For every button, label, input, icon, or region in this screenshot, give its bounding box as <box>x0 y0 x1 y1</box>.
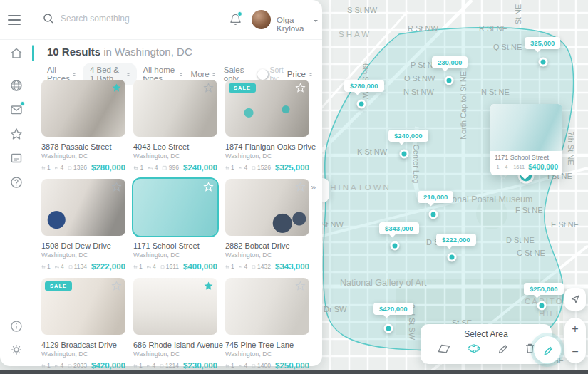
listing-price: $222,000 <box>91 262 125 271</box>
user-name[interactable]: Olga Krylova <box>277 16 322 33</box>
favorite-star-icon[interactable] <box>203 83 214 93</box>
favorite-star-icon[interactable] <box>111 83 122 93</box>
map-price-marker[interactable]: 210,000 <box>418 191 453 203</box>
collapse-panel-chevron[interactable]: » <box>311 182 316 192</box>
gear-icon <box>9 343 24 357</box>
draw-tool-icon[interactable] <box>496 342 509 355</box>
listing-baths: 1 <box>47 362 51 369</box>
listing-city: Washington, DC <box>133 350 217 358</box>
listing-baths: 1 <box>139 362 143 369</box>
bed-icon <box>147 362 151 370</box>
favorite-star-icon[interactable] <box>295 281 306 291</box>
map-price-marker[interactable]: 230,000 <box>432 56 468 68</box>
sidebar-item-info[interactable] <box>9 319 24 336</box>
map-listing-popup[interactable]: 1171 School Street 1 4 1611 $400,000 <box>490 104 562 175</box>
listing-card[interactable]: SALE 1874 Flanigan Oaks Drive Washington… <box>225 80 309 172</box>
bath-icon <box>133 164 138 172</box>
bath-icon <box>41 362 46 370</box>
area-icon <box>252 263 256 271</box>
map-price-marker[interactable]: $280,000 <box>344 80 384 92</box>
favorite-star-icon[interactable] <box>111 182 122 192</box>
sidebar-item-explore[interactable] <box>9 78 24 95</box>
map-marker-dot[interactable] <box>429 210 438 219</box>
map-marker-dot[interactable] <box>357 100 366 109</box>
street-label: N St NE <box>481 88 510 96</box>
listing-beds: 4 <box>244 263 247 270</box>
area-icon <box>68 263 73 271</box>
popup-baths: 1 <box>497 164 500 170</box>
zoom-out-button[interactable]: − <box>564 341 586 363</box>
listing-area: 1432 <box>257 263 271 270</box>
map-marker-dot[interactable] <box>384 324 393 333</box>
popup-area: 1611 <box>513 164 525 170</box>
info-icon <box>9 319 24 333</box>
street-label: E St NE <box>551 220 579 229</box>
bed-icon <box>239 263 243 271</box>
map-marker-dot[interactable] <box>539 58 548 67</box>
notification-dot <box>237 11 242 16</box>
listing-area: 1400 <box>257 362 271 369</box>
favorite-star-icon[interactable] <box>111 281 122 291</box>
listing-address: 686 Rhode Island Avenue <box>133 341 217 349</box>
sidebar-item-settings[interactable] <box>9 343 24 360</box>
map-price-marker[interactable]: $222,000 <box>436 234 476 246</box>
results-count: 10 Results <box>47 46 100 58</box>
sidebar-item-favorites[interactable] <box>9 127 24 144</box>
locate-me-button[interactable] <box>564 288 586 311</box>
listing-photo: SALE <box>41 278 125 335</box>
sidebar-item-home[interactable] <box>9 46 24 63</box>
area-icon <box>162 164 167 172</box>
area-icon <box>68 362 72 370</box>
favorite-star-icon[interactable] <box>295 83 306 93</box>
map-marker-dot[interactable] <box>445 76 454 85</box>
map-marker-dot[interactable] <box>537 301 547 311</box>
map-price-marker[interactable]: $240,000 <box>388 130 428 142</box>
map-price-marker[interactable]: $420,000 <box>373 303 413 315</box>
globe-icon <box>9 78 24 93</box>
menu-icon[interactable] <box>8 15 21 25</box>
map-price-marker[interactable]: $343,000 <box>379 222 419 234</box>
listing-card[interactable]: 4043 Leo Street Washington, DC 1 4 996 $… <box>133 80 217 172</box>
listing-baths: 1 <box>231 362 234 369</box>
listing-card[interactable]: 745 Pine Tree Lane Washington, DC 1 4 14… <box>225 278 309 370</box>
sales-only-toggle[interactable] <box>257 70 270 79</box>
listing-card[interactable]: 3878 Passaic Street Washington, DC 1 4 1… <box>41 80 125 172</box>
street-label-vertical: Center Leg <box>412 145 421 183</box>
draw-area-fab[interactable] <box>533 336 562 364</box>
favorite-star-icon[interactable] <box>203 182 214 192</box>
zoom-in-button[interactable]: + <box>564 318 586 341</box>
map-marker-dot[interactable] <box>391 241 400 251</box>
map-marker-dot[interactable] <box>448 253 457 262</box>
listing-area: 1326 <box>73 164 87 171</box>
bath-icon <box>225 263 229 271</box>
sidebar-item-help[interactable] <box>9 175 24 192</box>
results-header: 10 Results in Washington, DC <box>47 46 192 58</box>
listing-photo <box>225 179 309 236</box>
listing-card[interactable]: 686 Rhode Island Avenue Washington, DC 1… <box>133 278 217 370</box>
sidebar-item-messages[interactable] <box>9 103 24 120</box>
listing-price: $250,000 <box>275 361 309 370</box>
popup-address: 1171 School Street <box>495 154 558 161</box>
favorite-star-icon[interactable] <box>295 182 306 192</box>
street-label-vertical: North Capitol St NE <box>459 71 468 140</box>
lasso-select-tool-icon[interactable] <box>466 342 481 355</box>
listing-card[interactable]: 1508 Del Dew Drive Washington, DC 1 4 11… <box>41 179 125 271</box>
polygon-select-tool-icon[interactable] <box>437 342 451 355</box>
listing-area: 1611 <box>166 263 179 270</box>
listing-card[interactable]: 2882 Bobcat Drive Washington, DC 1 4 143… <box>225 179 309 271</box>
bed-icon <box>55 362 59 370</box>
avatar[interactable] <box>252 10 271 29</box>
listing-card-selected[interactable]: 1171 School Street Washington, DC 1 4 16… <box>133 179 217 271</box>
search-input[interactable] <box>61 14 203 24</box>
street-label: Dr SW <box>324 305 346 313</box>
bed-icon <box>503 164 504 170</box>
listing-card[interactable]: SALE 4129 Broadcast Drive Washington, DC… <box>41 278 125 370</box>
favorite-star-icon[interactable] <box>203 281 214 291</box>
listing-baths: 1 <box>139 263 143 270</box>
map-price-marker[interactable]: $250,000 <box>524 283 564 295</box>
filter-more[interactable]: More <box>191 70 215 78</box>
sidebar-item-listings[interactable] <box>9 151 24 168</box>
map-price-marker[interactable]: 325,000 <box>525 37 560 49</box>
map-marker-dot[interactable] <box>400 150 409 159</box>
notifications-button[interactable] <box>229 13 242 29</box>
